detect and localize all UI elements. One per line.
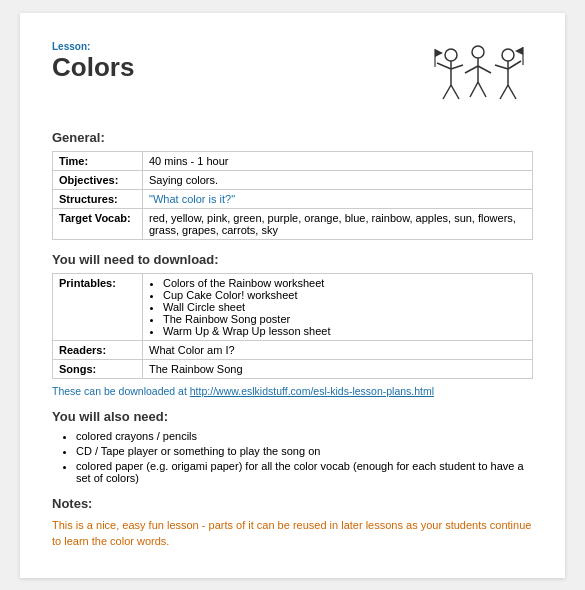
svg-marker-7 — [435, 49, 443, 57]
table-row: Time: 40 mins - 1 hour — [53, 151, 533, 170]
table-row: Structures: "What color is it?" — [53, 189, 533, 208]
table-row: Objectives: Saying colors. — [53, 170, 533, 189]
svg-point-0 — [445, 49, 457, 61]
svg-line-2 — [437, 63, 451, 69]
download-link[interactable]: http://www.eslkidstuff.com/esl-kids-less… — [190, 385, 434, 397]
svg-line-4 — [443, 85, 451, 99]
download-table: Printables: Colors of the Rainbow worksh… — [52, 273, 533, 379]
list-item: Colors of the Rainbow worksheet — [163, 277, 526, 289]
list-item: Wall Circle sheet — [163, 301, 526, 313]
lesson-page: Lesson: Colors — [20, 13, 565, 578]
notes-heading: Notes: — [52, 496, 533, 511]
table-row: Songs: The Rainbow Song — [53, 359, 533, 378]
objectives-label: Objectives: — [53, 170, 143, 189]
printables-value: Colors of the Rainbow worksheet Cup Cake… — [143, 273, 533, 340]
download-heading: You will need to download: — [52, 252, 533, 267]
vocab-label: Target Vocab: — [53, 208, 143, 239]
notes-text: This is a nice, easy fun lesson - parts … — [52, 517, 533, 550]
svg-line-17 — [508, 61, 521, 69]
svg-line-3 — [451, 65, 463, 69]
printables-list: Colors of the Rainbow worksheet Cup Cake… — [163, 277, 526, 337]
svg-point-8 — [472, 46, 484, 58]
page-title: Colors — [52, 53, 134, 82]
svg-line-19 — [508, 85, 516, 99]
songs-value: The Rainbow Song — [143, 359, 533, 378]
list-item: The Rainbow Song poster — [163, 313, 526, 325]
vocab-value: red, yellow, pink, green, purple, orange… — [143, 208, 533, 239]
general-heading: General: — [52, 130, 533, 145]
svg-line-18 — [500, 85, 508, 99]
svg-line-5 — [451, 85, 459, 99]
title-block: Lesson: Colors — [52, 41, 134, 82]
illustration-icon — [423, 41, 533, 116]
svg-point-14 — [502, 49, 514, 61]
also-need-heading: You will also need: — [52, 409, 533, 424]
list-item: Cup Cake Color! worksheet — [163, 289, 526, 301]
header-area: Lesson: Colors — [52, 41, 533, 116]
table-row: Readers: What Color am I? — [53, 340, 533, 359]
lesson-label: Lesson: — [52, 41, 134, 52]
svg-line-12 — [470, 82, 478, 97]
also-need-list: colored crayons / pencils CD / Tape play… — [76, 430, 533, 484]
structures-label: Structures: — [53, 189, 143, 208]
svg-line-11 — [478, 66, 491, 73]
svg-line-16 — [495, 65, 508, 69]
table-row: Printables: Colors of the Rainbow worksh… — [53, 273, 533, 340]
list-item: CD / Tape player or something to play th… — [76, 445, 533, 457]
download-note: These can be downloaded at http://www.es… — [52, 385, 533, 397]
structures-value: "What color is it?" — [143, 189, 533, 208]
list-item: colored crayons / pencils — [76, 430, 533, 442]
printables-label: Printables: — [53, 273, 143, 340]
list-item: colored paper (e.g. origami paper) for a… — [76, 460, 533, 484]
svg-line-10 — [465, 66, 478, 73]
objectives-value: Saying colors. — [143, 170, 533, 189]
general-table: Time: 40 mins - 1 hour Objectives: Sayin… — [52, 151, 533, 240]
svg-line-13 — [478, 82, 486, 97]
readers-label: Readers: — [53, 340, 143, 359]
table-row: Target Vocab: red, yellow, pink, green, … — [53, 208, 533, 239]
readers-value: What Color am I? — [143, 340, 533, 359]
svg-marker-21 — [515, 47, 523, 55]
songs-label: Songs: — [53, 359, 143, 378]
time-label: Time: — [53, 151, 143, 170]
list-item: Warm Up & Wrap Up lesson sheet — [163, 325, 526, 337]
time-value: 40 mins - 1 hour — [143, 151, 533, 170]
